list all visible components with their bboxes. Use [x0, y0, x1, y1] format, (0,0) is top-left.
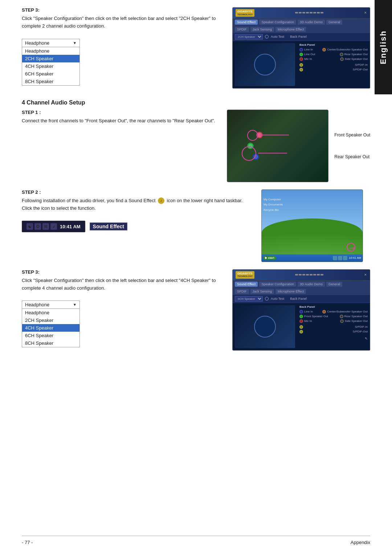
speaker-photo-inner [227, 110, 328, 182]
gb-bottom-tab-speaker[interactable]: Speaker Configuration [259, 282, 296, 287]
step2-4ch: STEP 2 : Following installation of the a… [22, 189, 370, 262]
step1-4ch: STEP 1 : Connect the front channels to "… [22, 110, 370, 182]
bottom-port-mic-label: Mic In [304, 319, 312, 323]
gb-bottom-tab-spdif[interactable]: SPDIF [235, 289, 249, 294]
gigabyte-logo-bottom: GIGABYTETECHNOLOGY [236, 271, 254, 279]
gb-port-linein: Line In Center/Subwoofer Speaker Out [299, 48, 368, 52]
winxp-start-button[interactable]: ▶ start [263, 256, 276, 260]
dropdown-item-2ch[interactable]: 2CH Speaker [22, 55, 79, 62]
close-icon[interactable]: ✕ [364, 11, 367, 15]
gb-bottom-tab-jack[interactable]: Jack Sensing [250, 289, 274, 294]
step3-left: STEP 3: Click "Speaker Configuration" th… [22, 7, 225, 86]
gb-auto-test-check[interactable] [265, 35, 269, 38]
bottom-port-side-dot [340, 319, 344, 323]
gb-bottom-tab-general[interactable]: General [326, 282, 342, 287]
taskbar-icon-2: ⚙ [34, 223, 41, 230]
winxp-taskbar: ▶ start 10:41 AM [262, 254, 363, 262]
gb-tab-sound-effect[interactable]: Sound Effect [235, 20, 258, 25]
speaker-dropdown-bottom[interactable]: Headphone ▼ [22, 301, 80, 309]
winxp-tray-1 [333, 256, 337, 260]
page-footer: - 77 - Appendix [22, 536, 370, 545]
step3-label: STEP 3: [22, 7, 225, 13]
gb-speaker-select[interactable]: 2CH Speaker [235, 34, 263, 40]
gb-main-panel [233, 41, 297, 88]
gb-tab-jack[interactable]: Jack Sensing [250, 27, 274, 32]
bottom-port-center-dot [322, 310, 326, 314]
gb-title-bar: GIGABYTETECHNOLOGY [233, 8, 370, 19]
gb-tab-mic[interactable]: Microphone Effect [275, 27, 306, 32]
gb-bottom-control-row: 4CH Speaker Auto Test Back Panel [233, 295, 370, 303]
gb-auto-test-label: Auto Test [271, 35, 284, 38]
close-icon-bottom[interactable]: ✕ [364, 273, 367, 277]
step2-desc: Following installation of the audio driv… [22, 197, 254, 212]
bottom-port-spdifout-label: S/PDIF-Out [353, 330, 368, 333]
port-mic-label: Mic In [304, 57, 312, 61]
port-linein-dot [299, 48, 303, 52]
step1-text: STEP 1 : Connect the front channels to "… [22, 110, 216, 130]
taskbar-icon-speaker: ♪ [50, 223, 57, 230]
taskbar-icon-3: ⊞ [42, 223, 49, 230]
gb-tab-general[interactable]: General [326, 20, 342, 25]
speaker-labels: Front Speaker Out Rear Speaker Out [334, 130, 370, 162]
gb-bottom-back-panel-title: Back Panel [299, 305, 368, 308]
winxp-clock: 10:41 AM [349, 256, 361, 259]
gb-bottom-tab-sound[interactable]: Sound Effect [235, 282, 258, 287]
gb-tab-speaker-config[interactable]: Speaker Configuration [259, 20, 296, 25]
bottom-port-front-dot [299, 315, 303, 318]
dropdown-arrow-icon: ▼ [73, 41, 77, 45]
footer-page-num: - 77 - [22, 540, 33, 545]
gb-back-panel-title: Back Panel [299, 43, 368, 46]
port-side-dot [340, 57, 344, 61]
gb-bottom-auto-test-check[interactable] [265, 297, 269, 301]
winxp-tray-2 [338, 256, 342, 260]
highlight-circle-1 [247, 130, 258, 141]
speaker-dropdown-bottom-container: Headphone ▼ Headphone 2CH Speaker 4CH Sp… [22, 301, 80, 347]
dropdown-bottom-list: Headphone 2CH Speaker 4CH Speaker 6CH Sp… [22, 309, 80, 347]
port-spdifout-label: S/PDIF-Out [353, 68, 368, 71]
taskbar-icons: ☯ ⚙ ⊞ ♪ [26, 223, 57, 230]
bottom-port-linein-label: Line In [304, 310, 313, 313]
gb-bottom-tab-mic[interactable]: Microphone Effect [275, 289, 306, 294]
winxp-sidebar: My Computer My Documents Recycle Bin [264, 197, 283, 213]
gb-bottom-title-bar: GIGABYTETECHNOLOGY [233, 270, 370, 281]
dropdown-item-headphone[interactable]: Headphone [22, 47, 79, 55]
bottom-port-mic-dot [299, 319, 303, 323]
gb-tab-spdif[interactable]: SPDIF [235, 27, 249, 32]
gb-bottom-tab-3d[interactable]: 3D Audio Demo [298, 282, 325, 287]
dropdown-bottom-value: Headphone [25, 302, 49, 307]
dropdown-bottom-8ch[interactable]: 8CH Speaker [22, 339, 79, 347]
dropdown-bottom-headphone[interactable]: Headphone [22, 309, 79, 316]
gb-bottom-port-linein: Line In Center/Subwoofer Speaker Out [299, 310, 368, 314]
dropdown-bottom-2ch[interactable]: 2CH Speaker [22, 316, 79, 324]
port-spdifin-label: S/PDIF-In [355, 63, 368, 66]
rear-speaker-label: Rear Speaker Out [334, 151, 370, 162]
dropdown-list: Headphone 2CH Speaker 4CH Speaker 6CH Sp… [22, 47, 80, 86]
gb-bottom-tabs: Sound Effect Speaker Configuration 3D Au… [233, 281, 370, 288]
step3-top-section: STEP 3: Click "Speaker Configuration" th… [22, 7, 370, 89]
gigabyte-software-bottom: GIGABYTETECHNOLOGY [232, 269, 370, 351]
winxp-systray [333, 256, 347, 260]
bottom-port-center-label: Center/Subwoofer Speaker Out [327, 310, 368, 313]
dropdown-item-8ch[interactable]: 8CH Speaker [22, 78, 79, 85]
sound-effect-inline: Sound Effect [128, 198, 157, 203]
gb-tab-3d-audio[interactable]: 3D Audio Demo [298, 20, 325, 25]
gb-bottom-port-front: Front Speaker Out Rear Speaker Out [299, 315, 368, 318]
gb-tabs-row2: SPDIF Jack Sensing Microphone Effect [233, 26, 370, 33]
gb-body: Back Panel Line In Center/Subwoofer Spea… [233, 41, 370, 88]
gb-bottom-port-mic: Mic In Side Speaker Out [299, 319, 368, 323]
dropdown-bottom-4ch[interactable]: 4CH Speaker [22, 324, 79, 332]
bottom-port-linein-dot [299, 310, 303, 314]
speaker-dropdown[interactable]: Headphone ▼ [22, 39, 80, 47]
dropdown-item-4ch[interactable]: 4CH Speaker [22, 62, 79, 70]
gb-bottom-cursor-icon: ↖ [365, 336, 368, 340]
gb-bottom-speaker-select[interactable]: 4CH Speaker [235, 296, 263, 302]
step2-right: ▶ start 10:41 AM My Computer My Document… [261, 189, 370, 262]
gb-port-lineout: Line Out Rear Speaker Out [299, 53, 368, 56]
front-speaker-label: Front Speaker Out [334, 130, 370, 140]
taskbar-icon-1: ☯ [26, 223, 33, 230]
step3-bottom-left: STEP 3: Click "Speaker Configuration" th… [22, 269, 225, 348]
dropdown-bottom-6ch[interactable]: 6CH Speaker [22, 332, 79, 339]
gb-port-mic: Mic In Side Speaker Out [299, 57, 368, 61]
gigabyte-logo: GIGABYTETECHNOLOGY [236, 9, 254, 17]
dropdown-item-6ch[interactable]: 6CH Speaker [22, 70, 79, 78]
